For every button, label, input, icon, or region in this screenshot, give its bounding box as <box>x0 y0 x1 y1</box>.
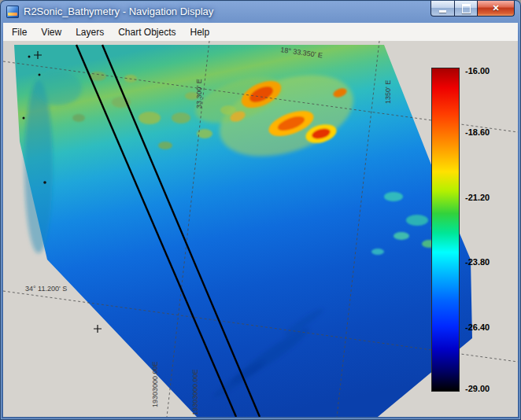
legend-label-2: -21.20 <box>465 193 490 202</box>
maximize-icon <box>462 4 471 13</box>
depth-colorbar <box>431 68 460 392</box>
app-icon <box>6 6 19 18</box>
legend-label-4: -26.40 <box>465 322 490 332</box>
menu-chart-objects[interactable]: Chart Objects <box>111 24 183 40</box>
depth-legend: -16.00 -18.60 -21.20 -23.80 -26.40 -29.0… <box>431 68 491 392</box>
grid-label-latitude: 34° 11.200' S <box>25 285 67 293</box>
maximize-button[interactable] <box>455 1 477 17</box>
menu-bar: File View Layers Chart Objects Help <box>3 23 518 42</box>
legend-label-1: -18.60 <box>465 127 490 137</box>
navigation-display-map[interactable]: 33.300' E 18° 33.350' E 1350' E 34° 11.2… <box>3 41 518 417</box>
menu-file[interactable]: File <box>5 24 34 40</box>
grid-label-bottom-easting-1: 19303000.00E <box>151 361 159 407</box>
menu-layers[interactable]: Layers <box>68 24 111 40</box>
grid-label-top-easting-1: 33.300' E <box>195 79 203 109</box>
window-controls: ✕ <box>430 1 515 17</box>
menu-help[interactable]: Help <box>183 24 217 40</box>
close-icon: ✕ <box>492 4 499 13</box>
window-title: R2Sonic_Bathymetry - Navigation Display <box>24 6 213 17</box>
app-window: R2Sonic_Bathymetry - Navigation Display … <box>0 0 521 420</box>
close-button[interactable]: ✕ <box>477 1 515 17</box>
grid-label-bottom-easting-2: 19303000.00E <box>191 369 199 415</box>
legend-label-5: -29.00 <box>465 384 490 393</box>
grid-label-top-easting-2: 1350' E <box>384 80 392 104</box>
bathymetry-swath <box>14 45 472 417</box>
menu-view[interactable]: View <box>34 24 68 40</box>
minimize-icon <box>439 10 446 13</box>
legend-label-3: -23.80 <box>465 257 490 267</box>
legend-label-0: -16.00 <box>465 66 490 76</box>
minimize-button[interactable] <box>430 1 455 17</box>
